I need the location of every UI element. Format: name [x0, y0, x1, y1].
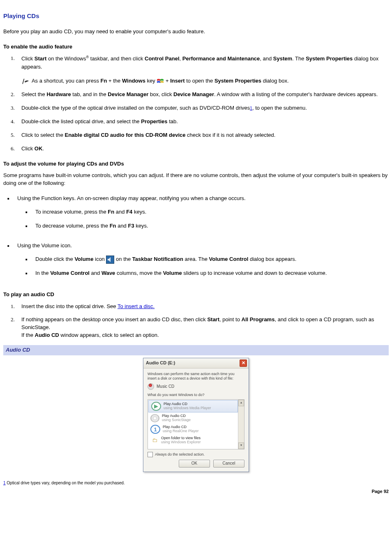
list-marker: 2. — [3, 316, 21, 339]
dialog-titlebar: Audio CD (E:) ✕ — [143, 358, 249, 368]
step-5: Click to select the Enable digital CD au… — [21, 131, 389, 139]
bold-f3: F3 — [128, 223, 134, 229]
bold-perf-maint: Performance and Maintenance — [182, 56, 260, 62]
bold-control-panel: Control Panel — [145, 56, 180, 62]
cd-icon — [148, 383, 154, 390]
text: on the Windows — [46, 56, 86, 62]
bold-vol-ctrl: Volume Control — [209, 256, 249, 262]
list-marker: 2. — [3, 91, 21, 99]
bullet-icon: ■ — [3, 242, 17, 283]
text: In the — [35, 270, 50, 276]
text: area. The — [183, 256, 209, 262]
text: To increase volume, press the — [35, 209, 108, 215]
option-sublabel: using Windows Media Player — [164, 406, 211, 410]
bold-fn: Fn — [108, 209, 114, 215]
bold-insert: Insert — [170, 78, 184, 84]
bullet-icon: ■ — [17, 269, 35, 278]
music-cd-row: Music CD — [148, 383, 244, 390]
dialog-figure: Audio CD (E:) ✕ Windows can perform the … — [3, 358, 389, 472]
option-sublabel: using RealOne Player — [163, 429, 199, 433]
bold-volume: Volume — [74, 256, 93, 262]
volume-methods: ■ Using the Function keys. An on-screen … — [3, 195, 389, 283]
option-realone[interactable]: 1 Play Audio CDusing RealOne Player — [148, 424, 238, 435]
list-marker: 5. — [3, 131, 21, 139]
text: window appears, click to select an optio… — [59, 332, 159, 338]
text: box, click — [148, 91, 173, 97]
function-keys-sublist: ■ To increase volume, press the Fn and F… — [17, 208, 389, 230]
text: , — [180, 56, 182, 62]
scrollbar[interactable]: ▴ ▾ — [238, 400, 244, 449]
decrease-volume: To decrease volume, press the Fn and F3 … — [35, 222, 389, 230]
text: columns, move the — [115, 270, 163, 276]
text: + — [166, 78, 170, 84]
always-label: Always do the selected action. — [155, 452, 205, 457]
play-step-2: If nothing appears on the desktop once y… — [21, 316, 389, 339]
list-marker: 1. — [3, 55, 21, 85]
bold-sys-props: System Properties — [306, 56, 353, 62]
play-cd-steps: 1. Insert the disc into the optical driv… — [3, 303, 389, 339]
text: and — [90, 270, 101, 276]
text: Click to select the — [21, 132, 65, 138]
option-wmp[interactable]: ▶ Play Audio CDusing Windows Media Playe… — [148, 400, 238, 412]
text: tab, and in the — [71, 91, 108, 97]
realone-icon: 1 — [150, 425, 160, 434]
always-checkbox[interactable] — [148, 452, 153, 457]
insert-disc-link[interactable]: To insert a disc. — [118, 303, 154, 309]
dialog-instruction: Windows can perform the same action each… — [148, 372, 244, 381]
step-3: Double-click the type of the optical dri… — [21, 104, 389, 112]
option-explorer[interactable]: 🗀 Open folder to view filesusing Windows… — [148, 435, 238, 446]
step-2: Select the Hardware tab, and in the Devi… — [21, 91, 389, 99]
bold-wave: Wave — [101, 270, 115, 276]
options-listbox[interactable]: ▶ Play Audio CDusing Windows Media Playe… — [148, 399, 244, 449]
text: , point to — [219, 316, 241, 322]
footnote: 1 Optical drive types vary, depending on… — [3, 480, 389, 486]
list-marker: 6. — [3, 145, 21, 153]
text: icon — [93, 256, 106, 262]
section-adjust-volume: To adjust the volume for playing CDs and… — [3, 160, 389, 168]
method-volume-icon: Using the Volume icon. ■ Double click th… — [17, 242, 389, 283]
text: sliders up to increase volume and down t… — [182, 270, 327, 276]
option-partial[interactable]: ◔ — [148, 446, 238, 449]
scroll-down-icon[interactable]: ▾ — [238, 442, 244, 449]
text: dialog box appears. — [248, 256, 296, 262]
page-number: Page 92 — [3, 488, 389, 495]
option-sublabel: using SonicStage — [162, 418, 191, 422]
text: and — [114, 209, 126, 215]
close-icon[interactable]: ✕ — [240, 359, 247, 367]
text: taskbar, and then click — [89, 56, 145, 62]
bold-properties: Properties — [141, 118, 167, 124]
option-sonicstage[interactable]: Play Audio CDusing SonicStage — [148, 413, 238, 424]
text: . The — [292, 56, 306, 62]
text: + the — [107, 78, 122, 84]
enable-audio-steps: 1. Click Start on the Windows® taskbar, … — [3, 55, 389, 152]
ok-button[interactable]: OK — [179, 460, 210, 467]
bold-all-programs: All Programs — [242, 316, 275, 322]
bold-fn: Fn — [101, 78, 107, 84]
bold-taskbar-notif: Taskbar Notification — [132, 256, 183, 262]
method-function-keys: Using the Function keys. An on-screen di… — [17, 195, 389, 236]
text: Click — [21, 56, 35, 62]
bold-hardware: Hardware — [46, 91, 71, 97]
bold-start: Start — [35, 56, 47, 62]
text: Click — [21, 145, 35, 152]
text: tab. — [168, 118, 178, 124]
play-step-1: Insert the disc into the optical drive. … — [21, 303, 389, 311]
bold-enable-digital: Enable digital CD audio for this CD-ROM … — [65, 132, 186, 138]
text: Using the Function keys. An on-screen di… — [17, 195, 246, 201]
volume-icon-step1: Double click the Volume icon on the Task… — [35, 256, 389, 264]
cd-icon — [150, 414, 159, 422]
always-row: Always do the selected action. — [148, 452, 244, 457]
bold-sys-props2: System Properties — [214, 78, 261, 84]
dialog-title: Audio CD (E:) — [146, 360, 175, 366]
text: Insert the disc into the optical drive. … — [21, 303, 118, 309]
option-sublabel: using Windows Explorer — [161, 440, 201, 444]
list-marker: 4. — [3, 118, 21, 126]
text: check box if it is not already selected. — [185, 132, 275, 138]
folder-icon: 🗀 — [150, 436, 159, 444]
text: dialog box. — [261, 78, 289, 84]
scroll-up-icon[interactable]: ▴ — [238, 400, 244, 406]
text: key — [145, 78, 157, 84]
bold-system: System — [273, 56, 292, 62]
volume-icon-step2: In the Volume Control and Wave columns, … — [35, 269, 389, 278]
cancel-button[interactable]: Cancel — [213, 460, 244, 467]
